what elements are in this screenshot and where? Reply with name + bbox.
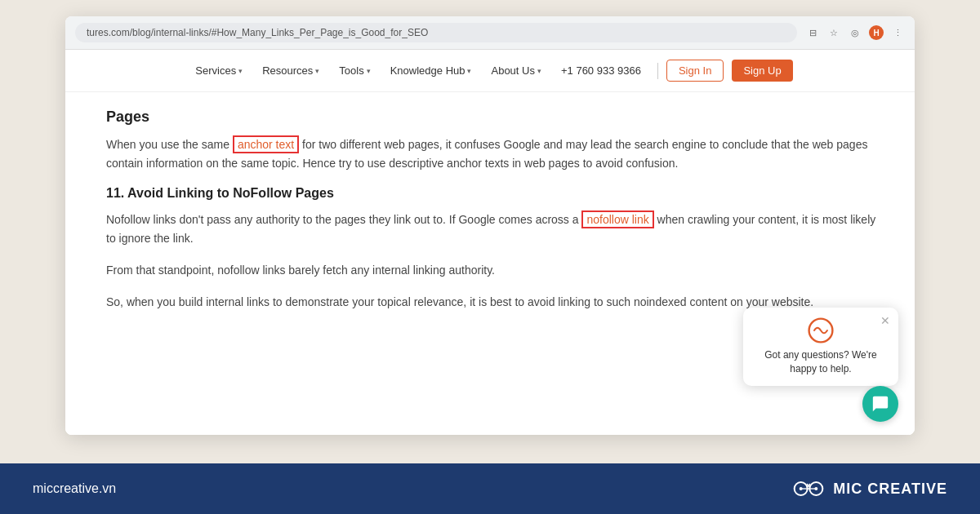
nofollow-link[interactable]: nofollow link <box>581 210 653 228</box>
chevron-down-icon: ▾ <box>467 67 471 75</box>
footer-domain: miccreative.vn <box>33 481 116 496</box>
bookmark-icon[interactable]: ☆ <box>826 25 841 40</box>
chat-logo <box>808 317 834 343</box>
nav-divider <box>657 63 658 79</box>
section-heading-nofollow: 11. Avoid Linking to NoFollow Pages <box>106 186 882 201</box>
chat-bubble: ✕ Got any questions? We're happy to help… <box>743 308 898 386</box>
site-footer: miccreative.vn MIC CREATIVE <box>0 463 980 514</box>
nav-tools[interactable]: Tools ▾ <box>331 60 378 82</box>
chat-help-text: Got any questions? We're happy to help. <box>755 348 887 376</box>
address-bar[interactable]: tures.com/blog/internal-links/#How_Many_… <box>75 23 797 42</box>
browser-chrome: tures.com/blog/internal-links/#How_Many_… <box>65 16 915 50</box>
browser-actions: ⊟ ☆ ◎ H ⋮ <box>805 25 905 40</box>
url-text: tures.com/blog/internal-links/#How_Many_… <box>87 27 428 38</box>
user-avatar[interactable]: H <box>869 25 884 40</box>
section-heading-pages: Pages <box>106 109 882 126</box>
signup-button[interactable]: Sign Up <box>732 60 792 82</box>
footer-logo-icon <box>792 479 825 498</box>
nav-services[interactable]: Services ▾ <box>187 60 251 82</box>
signin-button[interactable]: Sign In <box>666 60 724 82</box>
paragraph-nofollow: Nofollow links don't pass any authority … <box>106 210 882 248</box>
anchor-text-link[interactable]: anchor text <box>233 135 299 153</box>
extensions-icon[interactable]: ◎ <box>848 25 862 40</box>
phone-number: +1 760 933 9366 <box>553 64 649 77</box>
svg-point-5 <box>815 487 818 490</box>
fade-overlay <box>65 410 915 435</box>
nav-resources[interactable]: Resources ▾ <box>254 60 327 82</box>
chevron-down-icon: ▾ <box>238 67 243 75</box>
chat-close-icon[interactable]: ✕ <box>880 314 890 327</box>
content-area: Pages When you use the same anchor text … <box>65 92 915 435</box>
paragraph-nofollow-2: From that standpoint, nofollow links bar… <box>106 261 882 280</box>
footer-brand-name: MIC CREATIVE <box>833 481 947 498</box>
translate-icon[interactable]: ⊟ <box>805 25 820 40</box>
svg-point-4 <box>800 487 803 490</box>
footer-brand: MIC CREATIVE <box>792 479 947 498</box>
nav-about-us[interactable]: About Us ▾ <box>483 60 549 82</box>
chevron-down-icon: ▾ <box>537 67 541 75</box>
chat-open-button[interactable] <box>862 386 898 422</box>
menu-icon[interactable]: ⋮ <box>890 25 905 40</box>
site-nav: Services ▾ Resources ▾ Tools ▾ Knowledge… <box>65 50 915 92</box>
paragraph-anchor-text: When you use the same anchor text for tw… <box>106 135 882 173</box>
chevron-down-icon: ▾ <box>367 67 371 75</box>
chevron-down-icon: ▾ <box>315 67 319 75</box>
nav-knowledge-hub[interactable]: Knowledge Hub ▾ <box>382 60 480 82</box>
